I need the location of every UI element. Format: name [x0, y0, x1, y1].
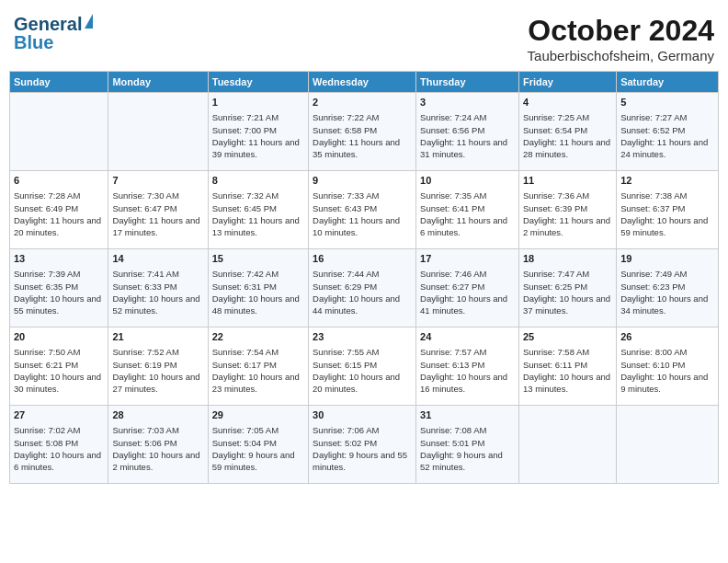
day-info: Sunrise: 7:46 AMSunset: 6:27 PMDaylight:…	[420, 268, 515, 316]
logo-text-block: General Blue	[14, 14, 93, 52]
calendar-cell: 29Sunrise: 7:05 AMSunset: 5:04 PMDayligh…	[208, 406, 308, 484]
day-info: Sunrise: 7:32 AMSunset: 6:45 PMDaylight:…	[212, 190, 304, 238]
day-number: 26	[620, 330, 714, 344]
calendar-cell: 3Sunrise: 7:24 AMSunset: 6:56 PMDaylight…	[416, 93, 519, 171]
day-info: Sunrise: 7:30 AMSunset: 6:47 PMDaylight:…	[112, 190, 203, 238]
day-number: 7	[112, 174, 203, 188]
day-number: 16	[313, 252, 412, 266]
logo-triangle-icon	[85, 14, 93, 29]
day-number: 4	[523, 96, 612, 109]
day-info: Sunrise: 7:47 AMSunset: 6:25 PMDaylight:…	[523, 268, 612, 316]
day-number: 14	[112, 252, 203, 266]
calendar-cell	[518, 406, 616, 484]
logo-blue: Blue	[14, 32, 93, 52]
calendar-cell: 14Sunrise: 7:41 AMSunset: 6:33 PMDayligh…	[108, 249, 208, 327]
calendar-cell	[617, 406, 719, 484]
day-number: 19	[620, 252, 714, 266]
day-number: 12	[620, 174, 714, 188]
day-number: 13	[14, 252, 104, 266]
title-block: October 2024 Tauberbischofsheim, Germany	[528, 14, 714, 63]
calendar-header-row: SundayMondayTuesdayWednesdayThursdayFrid…	[10, 72, 719, 93]
month-title: October 2024	[528, 14, 714, 48]
location-title: Tauberbischofsheim, Germany	[528, 48, 714, 63]
day-number: 2	[313, 96, 412, 109]
calendar-cell: 17Sunrise: 7:46 AMSunset: 6:27 PMDayligh…	[416, 249, 519, 327]
day-info: Sunrise: 7:27 AMSunset: 6:52 PMDaylight:…	[620, 111, 714, 160]
calendar-cell: 18Sunrise: 7:47 AMSunset: 6:25 PMDayligh…	[518, 249, 616, 327]
day-info: Sunrise: 7:33 AMSunset: 6:43 PMDaylight:…	[313, 190, 412, 238]
calendar-cell: 10Sunrise: 7:35 AMSunset: 6:41 PMDayligh…	[416, 171, 519, 249]
calendar-cell: 30Sunrise: 7:06 AMSunset: 5:02 PMDayligh…	[309, 406, 416, 484]
calendar-cell: 26Sunrise: 8:00 AMSunset: 6:10 PMDayligh…	[617, 327, 719, 406]
day-info: Sunrise: 7:28 AMSunset: 6:49 PMDaylight:…	[14, 190, 104, 238]
day-number: 24	[420, 330, 515, 344]
day-number: 5	[620, 96, 714, 109]
day-number: 18	[523, 252, 612, 266]
calendar-week-row: 6Sunrise: 7:28 AMSunset: 6:49 PMDaylight…	[10, 171, 719, 249]
logo-general: General	[14, 14, 82, 34]
day-number: 17	[420, 252, 515, 266]
day-info: Sunrise: 7:41 AMSunset: 6:33 PMDaylight:…	[112, 268, 203, 316]
col-header-monday: Monday	[108, 72, 208, 93]
calendar-cell: 27Sunrise: 7:02 AMSunset: 5:08 PMDayligh…	[10, 406, 108, 484]
day-info: Sunrise: 7:22 AMSunset: 6:58 PMDaylight:…	[313, 111, 412, 160]
day-number: 28	[112, 408, 203, 422]
calendar-cell: 20Sunrise: 7:50 AMSunset: 6:21 PMDayligh…	[10, 327, 108, 406]
day-info: Sunrise: 8:00 AMSunset: 6:10 PMDaylight:…	[620, 346, 714, 395]
day-number: 25	[523, 330, 612, 344]
day-number: 31	[420, 408, 515, 422]
day-info: Sunrise: 7:42 AMSunset: 6:31 PMDaylight:…	[212, 268, 304, 316]
day-info: Sunrise: 7:05 AMSunset: 5:04 PMDaylight:…	[212, 424, 304, 473]
day-info: Sunrise: 7:38 AMSunset: 6:37 PMDaylight:…	[620, 190, 714, 238]
calendar-cell: 12Sunrise: 7:38 AMSunset: 6:37 PMDayligh…	[617, 171, 719, 249]
day-number: 22	[212, 330, 304, 344]
calendar-table: SundayMondayTuesdayWednesdayThursdayFrid…	[9, 71, 719, 484]
calendar-cell: 24Sunrise: 7:57 AMSunset: 6:13 PMDayligh…	[416, 327, 519, 406]
col-header-sunday: Sunday	[10, 72, 108, 93]
day-number: 3	[420, 96, 515, 109]
page-header: General Blue October 2024 Tauberbischofs…	[9, 9, 719, 63]
calendar-cell: 4Sunrise: 7:25 AMSunset: 6:54 PMDaylight…	[518, 93, 616, 171]
col-header-thursday: Thursday	[416, 72, 519, 93]
calendar-cell: 6Sunrise: 7:28 AMSunset: 6:49 PMDaylight…	[10, 171, 108, 249]
day-info: Sunrise: 7:08 AMSunset: 5:01 PMDaylight:…	[420, 424, 515, 473]
day-info: Sunrise: 7:21 AMSunset: 7:00 PMDaylight:…	[212, 111, 304, 160]
calendar-cell: 21Sunrise: 7:52 AMSunset: 6:19 PMDayligh…	[108, 327, 208, 406]
calendar-cell: 25Sunrise: 7:58 AMSunset: 6:11 PMDayligh…	[518, 327, 616, 406]
day-number: 23	[313, 330, 412, 344]
calendar-cell: 19Sunrise: 7:49 AMSunset: 6:23 PMDayligh…	[617, 249, 719, 327]
day-info: Sunrise: 7:02 AMSunset: 5:08 PMDaylight:…	[14, 424, 104, 473]
col-header-saturday: Saturday	[617, 72, 719, 93]
calendar-cell: 1Sunrise: 7:21 AMSunset: 7:00 PMDaylight…	[208, 93, 308, 171]
day-number: 29	[212, 408, 304, 422]
calendar-cell	[10, 93, 108, 171]
calendar-cell: 13Sunrise: 7:39 AMSunset: 6:35 PMDayligh…	[10, 249, 108, 327]
calendar-cell: 22Sunrise: 7:54 AMSunset: 6:17 PMDayligh…	[208, 327, 308, 406]
logo: General Blue	[14, 14, 93, 52]
day-info: Sunrise: 7:57 AMSunset: 6:13 PMDaylight:…	[420, 346, 515, 395]
calendar-cell: 2Sunrise: 7:22 AMSunset: 6:58 PMDaylight…	[309, 93, 416, 171]
calendar-cell: 16Sunrise: 7:44 AMSunset: 6:29 PMDayligh…	[309, 249, 416, 327]
day-number: 8	[212, 174, 304, 188]
calendar-cell: 5Sunrise: 7:27 AMSunset: 6:52 PMDaylight…	[617, 93, 719, 171]
day-info: Sunrise: 7:49 AMSunset: 6:23 PMDaylight:…	[620, 268, 714, 316]
calendar-cell	[108, 93, 208, 171]
day-info: Sunrise: 7:50 AMSunset: 6:21 PMDaylight:…	[14, 346, 104, 395]
day-info: Sunrise: 7:44 AMSunset: 6:29 PMDaylight:…	[313, 268, 412, 316]
day-info: Sunrise: 7:52 AMSunset: 6:19 PMDaylight:…	[112, 346, 203, 395]
day-info: Sunrise: 7:54 AMSunset: 6:17 PMDaylight:…	[212, 346, 304, 395]
calendar-cell: 28Sunrise: 7:03 AMSunset: 5:06 PMDayligh…	[108, 406, 208, 484]
day-info: Sunrise: 7:35 AMSunset: 6:41 PMDaylight:…	[420, 190, 515, 238]
col-header-friday: Friday	[518, 72, 616, 93]
day-number: 9	[313, 174, 412, 188]
day-number: 21	[112, 330, 203, 344]
day-info: Sunrise: 7:25 AMSunset: 6:54 PMDaylight:…	[523, 111, 612, 160]
day-number: 1	[212, 96, 304, 109]
day-number: 27	[14, 408, 104, 422]
day-number: 30	[313, 408, 412, 422]
day-info: Sunrise: 7:03 AMSunset: 5:06 PMDaylight:…	[112, 424, 203, 473]
col-header-wednesday: Wednesday	[309, 72, 416, 93]
day-info: Sunrise: 7:24 AMSunset: 6:56 PMDaylight:…	[420, 111, 515, 160]
calendar-cell: 8Sunrise: 7:32 AMSunset: 6:45 PMDaylight…	[208, 171, 308, 249]
day-number: 15	[212, 252, 304, 266]
